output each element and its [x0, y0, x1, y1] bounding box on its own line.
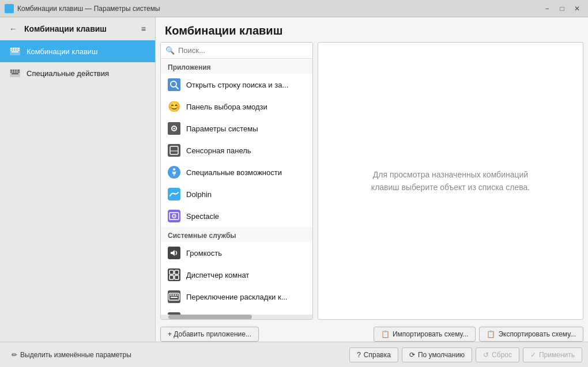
- list-item-dolphin[interactable]: Dolphin: [161, 183, 312, 205]
- svg-rect-15: [10, 71, 12, 73]
- list-item-volume[interactable]: Громкость: [161, 242, 312, 264]
- accessibility-label: Специальные возможности: [186, 168, 282, 177]
- svg-rect-11: [10, 70, 12, 71]
- help-icon: ?: [357, 351, 361, 359]
- svg-rect-19: [12, 73, 18, 74]
- highlight-label: Выделить изменённые параметры: [20, 351, 131, 359]
- sidebar-header: ← Комбинации клавиш ≡: [0, 17, 155, 40]
- list-item-user-shortcuts[interactable]: Служба пользовательских к...: [161, 308, 312, 315]
- bottom-right-actions: ? Справка ⟳ По умолчанию ↺ Сброс ✓ Приме…: [349, 347, 582, 362]
- export-scheme-button[interactable]: 📋 Экспортировать схему...: [479, 327, 583, 342]
- section-header-applications: Приложения: [161, 59, 312, 74]
- svg-rect-51: [171, 297, 178, 298]
- detail-placeholder-line2: клавиш выберите объект из списка слева.: [371, 183, 530, 192]
- sidebar-title: Комбинации клавиш: [24, 24, 107, 33]
- svg-rect-50: [177, 294, 178, 296]
- svg-rect-2: [13, 48, 14, 49]
- keyboard-shortcuts-icon: [9, 46, 21, 57]
- list-item-spectacle[interactable]: Spectacle: [161, 205, 312, 227]
- search-input[interactable]: [178, 46, 308, 55]
- keyboard-layout-label: Переключение раскладки к...: [186, 293, 287, 301]
- highlight-changed-button[interactable]: ✏ Выделить изменённые параметры: [6, 348, 137, 362]
- back-button[interactable]: ←: [7, 23, 20, 35]
- touchpad-label: Сенсорная панель: [186, 146, 251, 155]
- detail-placeholder: Для просмотра назначенных комбинаций кла…: [360, 157, 541, 206]
- kwin-icon: [168, 268, 180, 281]
- svg-point-34: [172, 193, 173, 194]
- detail-panel: Для просмотра назначенных комбинаций кла…: [318, 42, 583, 320]
- system-settings-icon: [168, 122, 180, 135]
- keyboard-layout-icon: [168, 290, 180, 303]
- list-item-accessibility[interactable]: Специальные возможности: [161, 161, 312, 183]
- svg-rect-5: [10, 50, 12, 51]
- list-item-emoji-picker[interactable]: 😊 Панель выбора эмодзи: [161, 96, 312, 118]
- svg-point-25: [174, 128, 175, 130]
- list-item-open-search[interactable]: Открыть строку поиска и за...: [161, 74, 312, 96]
- sidebar-special-actions-label: Специальные действия: [27, 69, 109, 78]
- list-panel: 🔍 Приложения: [160, 42, 313, 320]
- app-icon: [5, 4, 14, 13]
- svg-rect-6: [13, 50, 14, 51]
- window-title: Комбинации клавиш — Параметры системы: [17, 5, 160, 13]
- sidebar-menu-button[interactable]: ≡: [139, 23, 148, 35]
- page-title: Комбинации клавиш: [165, 24, 282, 37]
- main-area: Комбинации клавиш 🔍 Приложения: [156, 17, 588, 342]
- svg-rect-18: [17, 71, 20, 73]
- sidebar: ← Комбинации клавиш ≡: [0, 17, 156, 342]
- apply-button[interactable]: ✓ Применить: [523, 347, 582, 362]
- reset-icon: ↺: [483, 351, 489, 359]
- sidebar-item-special-actions[interactable]: Специальные действия: [0, 62, 155, 84]
- bottom-action-bar: ✏ Выделить изменённые параметры ? Справк…: [0, 342, 588, 367]
- export-icon: 📋: [487, 330, 495, 338]
- spectacle-label: Spectacle: [186, 212, 219, 221]
- list-horizontal-scrollbar[interactable]: [161, 315, 312, 319]
- svg-rect-7: [15, 50, 17, 51]
- svg-rect-4: [17, 48, 20, 49]
- accessibility-icon: [168, 166, 180, 179]
- reset-label: Сброс: [492, 351, 512, 359]
- svg-rect-1: [10, 48, 12, 49]
- spectacle-icon: [168, 210, 180, 222]
- add-application-button[interactable]: + Добавить приложение...: [160, 327, 259, 342]
- import-scheme-button[interactable]: 📋 Импортировать схему...: [374, 327, 476, 342]
- main-header: Комбинации клавиш: [156, 17, 588, 42]
- detail-placeholder-line1: Для просмотра назначенных комбинаций: [373, 170, 528, 179]
- apply-icon: ✓: [530, 351, 536, 359]
- list-item-system-settings[interactable]: Параметры системы: [161, 118, 312, 139]
- kwin-label: Диспетчер комнат: [186, 271, 249, 279]
- bottom-left-actions: ✏ Выделить изменённые параметры: [6, 348, 137, 362]
- list-scroll[interactable]: Приложения Открыть строку поиска и за...: [161, 59, 312, 315]
- volume-label: Громкость: [186, 249, 222, 258]
- svg-rect-8: [17, 50, 20, 51]
- list-item-kwin[interactable]: Диспетчер комнат: [161, 264, 312, 286]
- emoji-picker-icon: 😊: [168, 100, 180, 113]
- section-header-system-services: Системные службы: [161, 227, 312, 242]
- highlight-icon: ✏: [12, 351, 17, 359]
- open-search-icon: [168, 78, 180, 91]
- default-label: По умолчанию: [418, 351, 465, 359]
- svg-rect-49: [175, 294, 176, 296]
- minimize-button[interactable]: −: [541, 2, 553, 15]
- system-settings-label: Параметры системы: [186, 124, 258, 133]
- content-area: ← Комбинации клавиш ≡: [0, 17, 588, 342]
- titlebar-left: Комбинации клавиш — Параметры системы: [5, 4, 160, 13]
- default-button[interactable]: ⟳ По умолчанию: [402, 347, 472, 362]
- titlebar-buttons: − □ ✕: [541, 2, 583, 15]
- svg-rect-9: [12, 51, 18, 52]
- open-search-label: Открыть строку поиска и за...: [186, 81, 288, 89]
- reset-button[interactable]: ↺ Сброс: [476, 347, 519, 362]
- help-button[interactable]: ? Справка: [349, 347, 398, 362]
- default-icon: ⟳: [409, 351, 415, 359]
- export-label: Экспортировать схему...: [498, 330, 576, 338]
- dolphin-label: Dolphin: [186, 190, 212, 199]
- list-item-keyboard-layout[interactable]: Переключение раскладки к...: [161, 286, 312, 308]
- svg-rect-12: [13, 70, 14, 71]
- list-item-touchpad[interactable]: Сенсорная панель: [161, 139, 312, 161]
- close-button[interactable]: ✕: [571, 2, 583, 15]
- maximize-button[interactable]: □: [556, 2, 568, 15]
- svg-rect-13: [15, 70, 17, 71]
- title-bar: Комбинации клавиш — Параметры системы − …: [0, 0, 588, 17]
- dolphin-icon: [168, 188, 180, 200]
- svg-rect-47: [170, 294, 172, 296]
- sidebar-item-keyboard-shortcuts[interactable]: Комбинации клавиш: [0, 40, 155, 62]
